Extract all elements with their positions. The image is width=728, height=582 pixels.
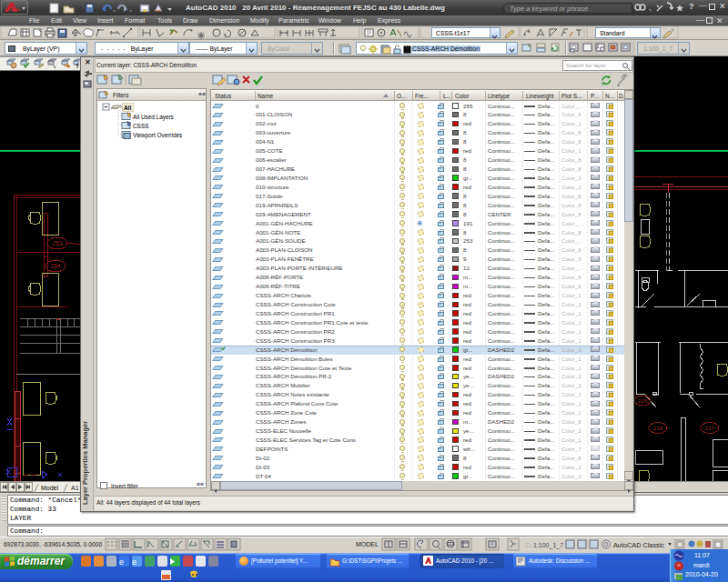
svg-text:Model: Model bbox=[41, 484, 59, 490]
svg-text:Viewport Overrides: Viewport Overrides bbox=[133, 132, 182, 139]
svg-text:217: 217 bbox=[705, 425, 715, 431]
svg-text:253: 253 bbox=[53, 240, 63, 246]
svg-text:CSSS: CSSS bbox=[133, 123, 148, 129]
svg-text:e: e bbox=[132, 557, 136, 567]
svg-text:215: 215 bbox=[638, 397, 648, 404]
svg-text:e: e bbox=[119, 557, 124, 567]
svg-text:All Used Layers: All Used Layers bbox=[133, 114, 174, 121]
svg-text:1:100_1_7: 1:100_1_7 bbox=[533, 542, 563, 549]
svg-text:254: 254 bbox=[51, 263, 61, 269]
svg-text:AutoCAD Classic: AutoCAD Classic bbox=[613, 541, 664, 549]
svg-text:All: All bbox=[124, 105, 131, 111]
svg-text:□: □ bbox=[526, 541, 531, 549]
svg-text:218: 218 bbox=[653, 425, 663, 431]
